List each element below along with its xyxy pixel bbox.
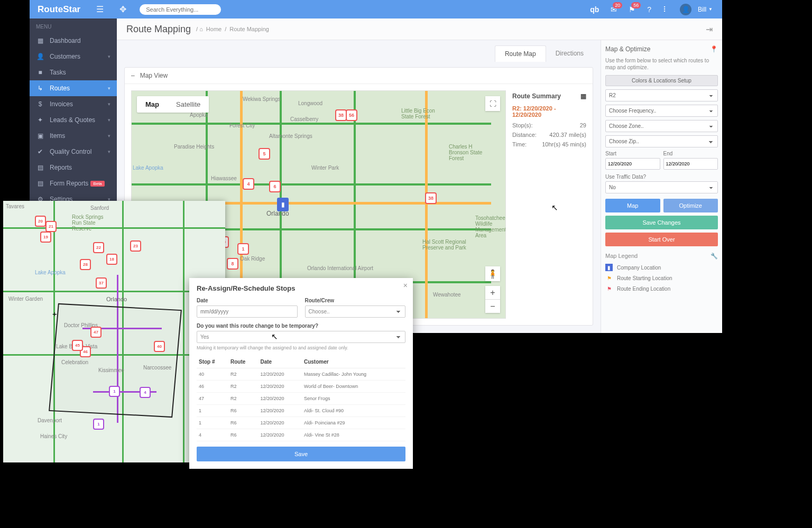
- menu-toggle-icon[interactable]: ☰: [96, 4, 104, 14]
- sidebar-item-tasks[interactable]: ■Tasks: [30, 64, 117, 80]
- fullscreen-icon[interactable]: ⛶: [485, 96, 500, 111]
- page-title: Route Mapping: [126, 24, 191, 35]
- chevron-down-icon: ▾: [108, 86, 110, 91]
- table-row[interactable]: 1R612/20/2020Aldi- Poinciana #29: [197, 417, 405, 429]
- crumb-current: Route Mapping: [229, 26, 269, 32]
- optimize-button[interactable]: Optimize: [663, 199, 718, 212]
- qb-icon[interactable]: qb: [590, 5, 599, 14]
- nav-icon: ▦: [36, 37, 44, 44]
- flag-icon[interactable]: ⚑56: [629, 5, 635, 14]
- chevron-down-icon: ▾: [108, 149, 110, 154]
- dots-icon[interactable]: ⠇: [663, 5, 668, 14]
- sidebar-item-dashboard[interactable]: ▦Dashboard: [30, 33, 117, 49]
- zone-select[interactable]: Choose Zone..: [605, 120, 718, 132]
- route-select[interactable]: R2: [605, 89, 718, 101]
- table-row[interactable]: 4R612/20/2020Aldi- Vine St #28: [197, 429, 405, 441]
- modal-route-select[interactable]: Choose..: [305, 305, 406, 318]
- sidebar-item-leads-quotes[interactable]: ✦Leads & Quotes▾: [30, 112, 117, 128]
- start-date-input[interactable]: [605, 158, 660, 170]
- modal-date-input[interactable]: [197, 305, 298, 318]
- table-row[interactable]: 1R612/20/2020Aldi- St. Cloud #90: [197, 405, 405, 417]
- brand: RouteStar: [38, 4, 80, 15]
- map-type-switch: Map Satellite: [137, 96, 209, 113]
- breadcrumb: Route Mapping / ⌂ Home / Route Mapping ⇥: [117, 18, 722, 40]
- modal-save-button[interactable]: Save: [197, 447, 405, 461]
- nav-icon: ↳: [36, 85, 44, 92]
- zoom-out-button[interactable]: −: [485, 300, 500, 313]
- chevron-down-icon: ▾: [108, 54, 110, 59]
- search-input[interactable]: [140, 4, 221, 15]
- sidebar-item-form-reports[interactable]: ▤Form ReportsBeta: [30, 175, 117, 191]
- pin-icon[interactable]: 📍: [710, 45, 718, 53]
- sidebar-item-quality-control[interactable]: ✔Quality Control▾: [30, 144, 117, 160]
- modal-title: Re-Assign/Re-Schedule Stops: [197, 284, 405, 292]
- chevron-down-icon: ▾: [108, 133, 110, 138]
- stops-table: Stop #RouteDateCustomer 40R212/20/2020Ma…: [197, 356, 405, 441]
- modal-temporary-select[interactable]: Yes: [197, 331, 405, 343]
- tab-directions[interactable]: Directions: [546, 45, 593, 62]
- nav-icon: ■: [36, 69, 44, 76]
- exit-icon[interactable]: ⇥: [706, 24, 713, 34]
- optimize-panel: Map & Optimize📍 Use the form below to se…: [601, 40, 722, 333]
- map-type-satellite[interactable]: Satellite: [168, 96, 209, 113]
- pegman-icon[interactable]: 🧍: [485, 266, 500, 281]
- table-row[interactable]: 40R212/20/2020Massey Cadillac- John Youn…: [197, 368, 405, 381]
- nav-icon: ▤: [36, 164, 44, 171]
- sidebar-item-reports[interactable]: ▤Reports: [30, 160, 117, 175]
- end-date-input[interactable]: [663, 158, 718, 170]
- sidebar-item-items[interactable]: ▣Items▾: [30, 128, 117, 144]
- zip-select[interactable]: Choose Zip..: [605, 135, 718, 147]
- mail-icon[interactable]: ✉20: [611, 5, 617, 14]
- sidebar-item-routes[interactable]: ↳Routes▾: [30, 80, 117, 96]
- sidebar-item-invoices[interactable]: $Invoices▾: [30, 96, 117, 112]
- topbar: RouteStar ☰ ✥ qb ✉20 ⚑56 ? ⠇ 👤 Bill ▼: [30, 0, 722, 18]
- map-icon[interactable]: ▦: [580, 92, 586, 100]
- start-over-button[interactable]: Start Over: [605, 233, 718, 246]
- wrench-icon[interactable]: 🔧: [710, 253, 718, 260]
- home-icon[interactable]: / ⌂: [196, 26, 203, 32]
- table-row[interactable]: 47R212/20/2020Senor Frogs: [197, 393, 405, 405]
- company-pin: ▮: [277, 198, 289, 211]
- help-icon[interactable]: ?: [647, 5, 651, 14]
- chevron-down-icon: ▾: [108, 117, 110, 123]
- reassign-modal: × Re-Assign/Re-Schedule Stops Date Route…: [189, 278, 413, 469]
- frequency-select[interactable]: Choose Frequency..: [605, 105, 718, 117]
- traffic-select[interactable]: No: [605, 181, 718, 193]
- sidebar-item-customers[interactable]: 👤Customers▾: [30, 49, 117, 64]
- summary-route: R2: 12/20/2020 - 12/20/2020: [512, 105, 586, 118]
- user-menu[interactable]: Bill ▼: [698, 6, 713, 13]
- save-changes-button[interactable]: Save Changes: [605, 216, 718, 229]
- chevron-down-icon: ▾: [108, 101, 110, 107]
- nav-icon: ▣: [36, 132, 44, 140]
- avatar[interactable]: 👤: [680, 4, 691, 15]
- table-row[interactable]: 46R212/20/2020World of Beer- Downtown: [197, 381, 405, 393]
- nav-icon: 👤: [36, 53, 44, 60]
- map-view-label: Map View: [140, 72, 168, 79]
- map-type-map[interactable]: Map: [137, 96, 168, 113]
- nav-icon: $: [36, 100, 44, 108]
- collapse-icon[interactable]: –: [131, 72, 135, 79]
- map-button[interactable]: Map: [605, 199, 660, 212]
- nav-icon: ✔: [36, 148, 44, 155]
- target-icon[interactable]: ✥: [119, 4, 126, 14]
- colors-setup-button[interactable]: Colors & Locations Setup: [605, 75, 718, 86]
- route-summary: Route Summary▦ R2: 12/20/2020 - 12/20/20…: [512, 90, 586, 319]
- nav-icon: ▤: [36, 180, 44, 187]
- close-icon[interactable]: ×: [403, 281, 408, 290]
- nav-icon: ✦: [36, 116, 44, 124]
- tab-route-map[interactable]: Route Map: [495, 45, 546, 62]
- crumb-home[interactable]: Home: [206, 26, 222, 32]
- menu-heading: MENU: [30, 18, 117, 33]
- zoom-in-button[interactable]: +: [485, 286, 500, 300]
